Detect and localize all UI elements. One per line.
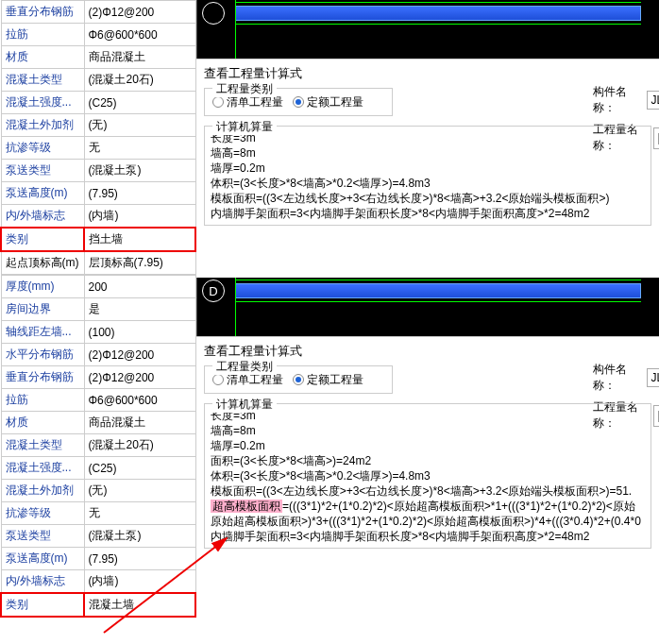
property-value[interactable]: (2)Φ12@200 xyxy=(84,366,195,389)
property-row[interactable]: 泵送类型(混凝土泵) xyxy=(1,160,195,182)
viewport-bottom: D xyxy=(196,278,659,336)
axis-bubble-top xyxy=(202,2,225,25)
component-name-label: 构件名称： xyxy=(593,84,641,116)
property-label: 拉筋 xyxy=(1,389,84,412)
property-value[interactable]: 商品混凝土 xyxy=(84,46,195,69)
property-value[interactable]: (100) xyxy=(84,321,195,344)
calc-panel-1: 查看工程量计算式 工程量类别 清单工程量 定额工程量 构件名称： JLQ-1 工… xyxy=(196,59,659,278)
calc-line: 超高模板面积=(((3*1)*2+(1*0.2)*2)<原始超高模板面积>*1+… xyxy=(211,499,645,514)
component-name-combo[interactable]: JLQ-2 xyxy=(647,368,659,387)
property-row[interactable]: 垂直分布钢筋(2)Φ12@200 xyxy=(1,366,195,389)
property-value[interactable]: (内墙) xyxy=(84,205,195,229)
property-value[interactable]: Φ6@600*600 xyxy=(84,24,195,46)
calc-panel-2: 查看工程量计算式 工程量类别 清单工程量 定额工程量 构件名称： JLQ-2 工… xyxy=(196,336,659,554)
property-value[interactable]: Φ6@600*600 xyxy=(84,389,195,412)
property-label: 混凝土类型 xyxy=(1,69,84,92)
property-label: 类别 xyxy=(1,593,84,617)
property-row[interactable]: 房间边界是 xyxy=(1,298,195,321)
property-value[interactable]: (混凝土20石) xyxy=(84,69,195,92)
property-row[interactable]: 拉筋Φ6@600*600 xyxy=(1,389,195,412)
property-row[interactable]: 垂直分布钢筋(2)Φ12@200 xyxy=(1,1,195,24)
calc-result-box-1: 计算机算量 长度=3m墙高=8m墙厚=0.2m体积=(3<长度>*8<墙高>*0… xyxy=(204,126,651,226)
calc-line: 墙厚=0.2m xyxy=(211,438,645,453)
property-row[interactable]: 混凝土强度...(C25) xyxy=(1,92,195,114)
property-table-bottom: 厚度(mm)200房间边界是轴线距左墙...(100)水平分布钢筋(2)Φ12@… xyxy=(0,275,196,618)
calc-line: 体积=(3<长度>*8<墙高>*0.2<墙厚>)=4.8m3 xyxy=(211,468,645,483)
property-row[interactable]: 类别混凝土墙 xyxy=(1,593,195,617)
property-label: 垂直分布钢筋 xyxy=(1,366,84,389)
property-row[interactable]: 泵送高度(m)(7.95) xyxy=(1,182,195,205)
quantity-name-combo[interactable]: [全部] xyxy=(653,127,659,149)
component-name-label: 构件名称： xyxy=(593,362,641,394)
property-row[interactable]: 泵送高度(m)(7.95) xyxy=(1,548,195,570)
panel-title: 查看工程量计算式 xyxy=(204,343,651,360)
property-value[interactable]: (2)Φ12@200 xyxy=(84,344,195,366)
property-label: 起点顶标高(m) xyxy=(1,251,84,275)
property-row[interactable]: 厚度(mm)200 xyxy=(1,276,195,298)
calc-line: 模板面积=((3<左边线长度>+3<右边线长度>)*8<墙高>+3.2<原始端头… xyxy=(211,483,645,499)
property-value[interactable]: (无) xyxy=(84,480,195,502)
radio-quota-quantity[interactable]: 定额工程量 xyxy=(293,372,363,388)
property-row[interactable]: 拉筋Φ6@600*600 xyxy=(1,24,195,46)
highlight-superhigh: 超高模板面积 xyxy=(211,500,282,513)
property-row[interactable]: 抗渗等级无 xyxy=(1,502,195,525)
property-label: 轴线距左墙... xyxy=(1,321,84,344)
property-value[interactable]: (无) xyxy=(84,114,195,137)
property-label: 混凝土强度... xyxy=(1,92,84,114)
calc-line: 原始超高模板面积>)*3+(((3*1)*2+(1*0.2)*2)<原始超高模板… xyxy=(211,514,645,529)
property-value[interactable]: (混凝土泵) xyxy=(84,160,195,182)
property-label: 水平分布钢筋 xyxy=(1,344,84,366)
property-value[interactable]: 商品混凝土 xyxy=(84,412,195,434)
property-label: 抗渗等级 xyxy=(1,137,84,160)
property-value[interactable]: (7.95) xyxy=(84,182,195,205)
quantity-name-combo[interactable]: [全部] xyxy=(653,405,659,427)
property-label: 混凝土强度... xyxy=(1,457,84,480)
property-label: 混凝土外加剂 xyxy=(1,480,84,502)
property-row[interactable]: 轴线距左墙...(100) xyxy=(1,321,195,344)
property-row[interactable]: 泵送类型(混凝土泵) xyxy=(1,525,195,548)
panel-title: 查看工程量计算式 xyxy=(204,65,651,82)
property-value[interactable]: (C25) xyxy=(84,457,195,480)
property-label: 材质 xyxy=(1,46,84,69)
property-row[interactable]: 材质商品混凝土 xyxy=(1,46,195,69)
calc-line: 面积=(3<长度>*8<墙高>)=24m2 xyxy=(211,453,645,468)
property-row[interactable]: 混凝土类型(混凝土20石) xyxy=(1,69,195,92)
viewport-top xyxy=(196,0,659,59)
property-row[interactable]: 材质商品混凝土 xyxy=(1,412,195,434)
property-value[interactable]: 挡土墙 xyxy=(84,228,195,251)
property-value[interactable]: (7.95) xyxy=(84,548,195,570)
property-label: 厚度(mm) xyxy=(1,276,84,298)
property-row[interactable]: 混凝土外加剂(无) xyxy=(1,480,195,502)
calc-line: 墙高=8m xyxy=(211,145,645,161)
property-row[interactable]: 抗渗等级无 xyxy=(1,137,195,160)
property-row[interactable]: 起点顶标高(m)层顶标高(7.95) xyxy=(1,251,195,275)
property-row[interactable]: 内/外墙标志(内墙) xyxy=(1,205,195,229)
property-row[interactable]: 混凝土强度...(C25) xyxy=(1,457,195,480)
property-value[interactable]: 是 xyxy=(84,298,195,321)
property-value[interactable]: 200 xyxy=(84,276,195,298)
component-name-combo[interactable]: JLQ-1 xyxy=(647,91,659,110)
calc-line: 模板面积=((3<左边线长度>+3<右边线长度>)*8<墙高>+3.2<原始端头… xyxy=(211,191,645,206)
calc-line: 墙厚=0.2m xyxy=(211,161,645,176)
property-value[interactable]: (2)Φ12@200 xyxy=(84,1,195,24)
property-row[interactable]: 类别挡土墙 xyxy=(1,228,195,251)
property-row[interactable]: 混凝土类型(混凝土20石) xyxy=(1,434,195,457)
property-row[interactable]: 内/外墙标志(内墙) xyxy=(1,570,195,594)
property-value[interactable]: (混凝土泵) xyxy=(84,525,195,548)
property-value[interactable]: 无 xyxy=(84,137,195,160)
property-value[interactable]: (内墙) xyxy=(84,570,195,594)
property-value[interactable]: 层顶标高(7.95) xyxy=(84,251,195,275)
property-value[interactable]: 无 xyxy=(84,502,195,525)
property-label: 泵送高度(m) xyxy=(1,548,84,570)
property-row[interactable]: 混凝土外加剂(无) xyxy=(1,114,195,137)
axis-bubble-bottom: D xyxy=(202,280,225,302)
property-value[interactable]: (混凝土20石) xyxy=(84,434,195,457)
radio-quota-quantity[interactable]: 定额工程量 xyxy=(293,94,363,110)
property-row[interactable]: 水平分布钢筋(2)Φ12@200 xyxy=(1,344,195,366)
property-label: 内/外墙标志 xyxy=(1,570,84,594)
property-label: 混凝土类型 xyxy=(1,434,84,457)
calc-line: 内墙脚手架面积=3<内墙脚手架面积长度>*8<内墙脚手架面积高度>*2=48m2 xyxy=(211,529,645,544)
calc-line: 内墙脚手架面积=3<内墙脚手架面积长度>*8<内墙脚手架面积高度>*2=48m2 xyxy=(211,206,645,221)
property-value[interactable]: 混凝土墙 xyxy=(84,593,195,617)
property-value[interactable]: (C25) xyxy=(84,92,195,114)
